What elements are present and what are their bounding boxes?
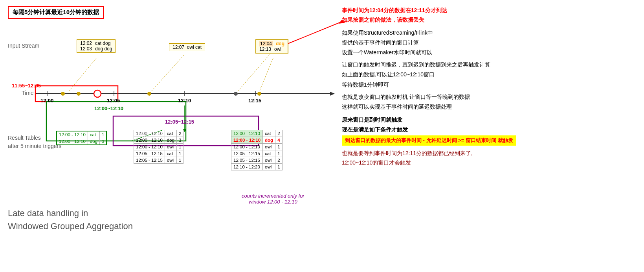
title-box: 每隔5分钟计算最近10分钟的数据 (8, 6, 104, 19)
svg-point-9 (234, 92, 238, 96)
counts-note: counts incremented only forwindow 12:00 … (242, 193, 305, 205)
time-1200: 12:00 (40, 98, 53, 104)
time-1205: 12:05 (107, 98, 120, 104)
anno-line3: 让窗口的触发时间推迟，直到迟到的数据到来之后再触发计算 (342, 60, 638, 70)
svg-line-15 (69, 58, 96, 91)
main-canvas: 每隔5分钟计算最近10分钟的数据 Input Stream 12:02cat d… (0, 0, 644, 272)
anno-line1: 事件时间为12:04分的数据在12:11分才到达 (342, 6, 638, 15)
svg-line-19 (287, 22, 342, 44)
time-1210: 12:10 (178, 98, 191, 104)
anno-section3: 如上面的数据,可以让12:00~12:10窗口 等待数据1分钟即可 (342, 70, 638, 89)
result-table-3: 12:00 - 12:10 cat 2 12:00 - 12:10 dog 4 … (231, 130, 283, 170)
svg-line-16 (151, 55, 184, 91)
svg-point-8 (147, 92, 151, 96)
result-table-1: 12:00 - 12:10 cat 1 12:00 - 12:10 dog 3 (56, 131, 107, 145)
result-table-2: 12:00 - 12:10 cat 2 12:00 - 12:10 dog 3 … (134, 130, 183, 164)
highlight-condition: 到达窗口的数据的最大的事件时间 - 允许延迟时间 >= 窗口结束时间 就触发 (342, 135, 516, 146)
stream-bubble-1204: 12:04dog 12:13owl (255, 39, 288, 54)
anno-line2: 如果按照之前的做法，该数据丢失 (342, 15, 638, 25)
stream-bubble-1207: 12:07 owl cat (169, 43, 205, 51)
window-label-2: 12:00~12:10 (94, 105, 123, 111)
svg-point-7 (77, 92, 81, 96)
anno-line5: 这样就可以实现基于事件时间的延迟数据处理 (342, 102, 638, 112)
svg-line-18 (259, 58, 273, 91)
window-label-1: 11:55~12:05 (12, 83, 41, 89)
result-tables-label: Result Tablesafter 5 minute triggers (8, 134, 61, 150)
anno-line4: 也就是改变窗口的触发时机 让窗口等一等晚到的数据 (342, 92, 638, 102)
anno-footer: 也就是要等到事件时间为12:11分的数据都已经到来了, 12:00~12:10的… (342, 149, 638, 168)
svg-line-17 (238, 50, 273, 91)
title-text: 每隔5分钟计算最近10分钟的数据 (13, 9, 99, 15)
svg-point-10 (257, 92, 261, 96)
right-annotations: 事件时间为12:04分的数据在12:11分才到达 如果按照之前的做法，该数据丢失… (342, 6, 638, 168)
input-stream-label: Input Stream (8, 43, 39, 49)
svg-point-11 (94, 90, 101, 97)
late-data-label: Late data handling inWindowed Grouped Ag… (8, 207, 133, 233)
stream-bubble-1202: 12:02cat dog 12:03dog dog (77, 39, 116, 53)
anno-line6: 原来窗口是到时间就触发 (342, 115, 638, 125)
time-axis-label: Time (22, 90, 34, 96)
window-label-3: 12:05~12:15 (165, 119, 194, 125)
svg-marker-1 (330, 92, 335, 96)
anno-section2: 如果使用StructuredStreaming/Flink中 提供的基于事件时间… (342, 28, 638, 58)
anno-line7: 现在是满足如下条件才触发 (342, 125, 638, 135)
svg-point-6 (61, 92, 65, 96)
time-1215: 12:15 (248, 98, 261, 104)
